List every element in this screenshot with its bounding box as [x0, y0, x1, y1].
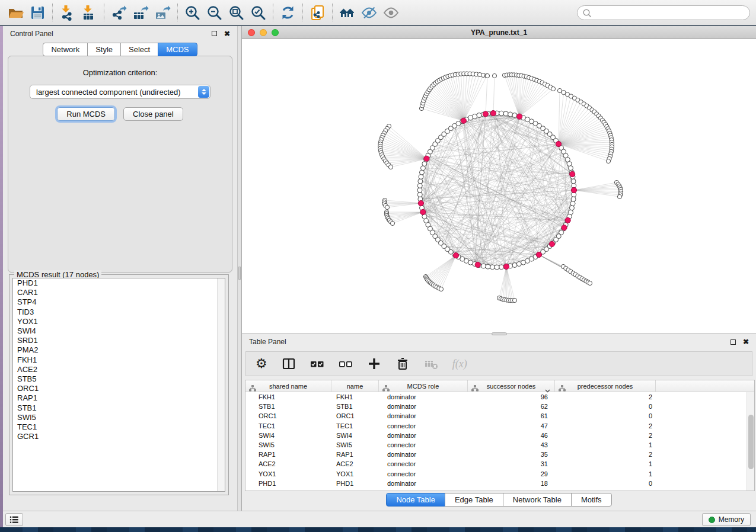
- column-header-successor-nodes[interactable]: successor nodes: [468, 380, 555, 392]
- close-panel-icon[interactable]: ✖: [224, 30, 230, 37]
- network-titlebar: YPA_prune.txt_1: [242, 26, 756, 39]
- table-row[interactable]: FKH1FKH1dominator962: [245, 392, 754, 402]
- result-node-item[interactable]: SWI5: [13, 413, 225, 422]
- settings-button[interactable]: ⚙: [256, 357, 267, 370]
- result-node-item[interactable]: GCR1: [13, 432, 225, 441]
- tab-network-table[interactable]: Network Table: [503, 493, 572, 507]
- export-image-button[interactable]: [152, 1, 174, 24]
- zoom-selected-button[interactable]: [247, 1, 269, 24]
- open-session-icon: [8, 5, 24, 21]
- result-node-item[interactable]: ACE2: [13, 365, 225, 374]
- tab-edge-table[interactable]: Edge Table: [445, 493, 503, 507]
- float-table-panel-icon[interactable]: [731, 339, 736, 345]
- tab-motifs[interactable]: Motifs: [571, 493, 612, 507]
- close-table-panel-icon[interactable]: ✖: [743, 338, 749, 345]
- select-all-rows-button[interactable]: [310, 357, 324, 371]
- result-node-item[interactable]: SWI4: [13, 326, 225, 336]
- zoom-fit-button[interactable]: [225, 1, 247, 24]
- column-header-predecessor-nodes[interactable]: predecessor nodes: [555, 380, 656, 392]
- table-cell: YOX1: [245, 470, 331, 477]
- table-row[interactable]: SWI5SWI5connector431: [245, 440, 754, 450]
- column-layout-button[interactable]: [282, 357, 296, 371]
- result-node-item[interactable]: TEC1: [13, 422, 225, 432]
- splitter-handle[interactable]: [238, 267, 241, 280]
- float-panel-icon[interactable]: [212, 31, 217, 36]
- window-minimize-icon[interactable]: [260, 29, 267, 36]
- table-cell: RAP1: [245, 451, 331, 458]
- table-row[interactable]: TEC1TEC1connector472: [245, 421, 754, 431]
- gear-icon: ⚙: [256, 357, 267, 370]
- export-network-button[interactable]: [108, 1, 130, 24]
- toolbar-separator: [273, 4, 273, 21]
- save-session-button[interactable]: [27, 1, 49, 24]
- horizontal-splitter-handle[interactable]: [492, 332, 507, 335]
- refresh-button[interactable]: [277, 1, 299, 24]
- task-history-button[interactable]: [5, 513, 23, 526]
- add-row-button[interactable]: [367, 357, 381, 371]
- table-row[interactable]: ORC1ORC1dominator610: [245, 411, 754, 421]
- column-header-name[interactable]: name: [331, 380, 379, 392]
- tab-style[interactable]: Style: [87, 43, 121, 56]
- result-node-item[interactable]: PHD1: [13, 278, 225, 288]
- network-from-document-button[interactable]: [307, 1, 328, 24]
- table-cell: dominator: [379, 480, 468, 487]
- column-header-shared-name[interactable]: shared name: [245, 380, 331, 392]
- result-node-item[interactable]: STP4: [13, 297, 225, 307]
- delete-rows-button[interactable]: [395, 357, 410, 371]
- deselect-all-rows-button[interactable]: [339, 357, 353, 371]
- network-canvas[interactable]: [242, 39, 756, 334]
- first-neighbors-button[interactable]: [336, 1, 358, 24]
- mcds-result-list[interactable]: PHD1CAR1STP4TID3YOX1SWI4SRD1PMA2FKH1ACE2…: [12, 278, 225, 492]
- import-table-button[interactable]: [78, 1, 100, 24]
- window-maximize-icon[interactable]: [272, 29, 279, 36]
- result-node-item[interactable]: ORC1: [13, 384, 225, 393]
- tab-network[interactable]: Network: [43, 43, 88, 56]
- table-row[interactable]: YOX1YOX1connector291: [245, 469, 754, 479]
- result-node-item[interactable]: STB1: [13, 403, 225, 413]
- window-close-icon[interactable]: [248, 29, 255, 36]
- column-type-icon: [559, 383, 566, 394]
- table-row[interactable]: STB1STB1dominator620: [245, 402, 754, 411]
- zoom-out-button[interactable]: [203, 1, 225, 24]
- export-table-button[interactable]: [130, 1, 152, 24]
- add-row-icon: [367, 357, 381, 371]
- result-node-item[interactable]: FKH1: [13, 355, 225, 365]
- result-node-item[interactable]: STB5: [13, 374, 225, 384]
- sort-chevron-icon[interactable]: [545, 384, 550, 395]
- table-row[interactable]: RAP1RAP1dominator352: [245, 450, 754, 459]
- table-scrollbar-thumb[interactable]: [748, 415, 754, 469]
- run-mcds-button[interactable]: Run MCDS: [57, 107, 115, 121]
- open-session-button[interactable]: [5, 1, 27, 24]
- column-label: successor nodes: [487, 383, 536, 390]
- table-scrollbar[interactable]: [747, 392, 754, 491]
- tab-mcds[interactable]: MCDS: [158, 43, 197, 56]
- memory-button[interactable]: Memory: [702, 513, 751, 526]
- table-row[interactable]: ACE2ACE2connector311: [245, 459, 754, 469]
- result-node-item[interactable]: CAR1: [13, 288, 225, 297]
- show-graphics-details-button[interactable]: [380, 1, 402, 24]
- column-label: name: [347, 383, 363, 390]
- column-header-MCDS-role[interactable]: MCDS role: [379, 380, 468, 392]
- result-node-item[interactable]: YOX1: [13, 317, 225, 326]
- close-panel-button[interactable]: Close panel: [123, 107, 183, 121]
- result-node-item[interactable]: RAP1: [13, 393, 225, 403]
- show-graphics-details-icon: [383, 5, 399, 21]
- vertical-splitter[interactable]: [237, 26, 242, 511]
- criterion-select[interactable]: largest connected component (undirected): [30, 85, 210, 99]
- table-row[interactable]: SWI4SWI4dominator462: [245, 431, 754, 440]
- tab-select[interactable]: Select: [120, 43, 158, 56]
- table-row[interactable]: PHD1PHD1dominator180: [245, 479, 754, 488]
- zoom-in-button[interactable]: [181, 1, 203, 24]
- result-node-item[interactable]: TID3: [13, 307, 225, 317]
- table-cell: 0: [555, 412, 656, 419]
- hide-graphics-details-button[interactable]: [358, 1, 380, 24]
- search-input[interactable]: [595, 7, 749, 19]
- column-label: shared name: [269, 383, 307, 390]
- result-node-item[interactable]: SRD1: [13, 336, 225, 345]
- import-network-button[interactable]: [56, 1, 78, 24]
- result-scrollbar[interactable]: [217, 278, 225, 491]
- result-node-item[interactable]: PMA2: [13, 345, 225, 355]
- tab-node-table[interactable]: Node Table: [386, 493, 445, 507]
- table-cell: ORC1: [331, 412, 379, 419]
- memory-label: Memory: [719, 515, 744, 524]
